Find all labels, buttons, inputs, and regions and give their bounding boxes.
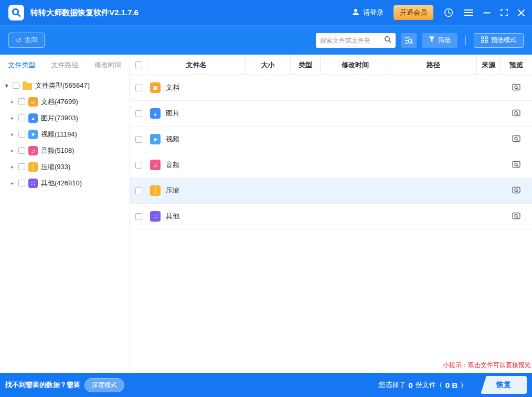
table-row[interactable]: 图片 <box>130 101 532 127</box>
video-icon <box>28 130 38 139</box>
checkbox[interactable] <box>18 98 25 105</box>
checkbox[interactable] <box>13 82 19 89</box>
tree-item-images[interactable]: 图片(73903) <box>0 110 130 126</box>
filter-label: 筛选 <box>438 36 451 45</box>
select-all-checkbox[interactable] <box>135 61 142 68</box>
tree-item-label: 其他(426810) <box>41 179 82 188</box>
header-filename: 文件名 <box>147 55 245 75</box>
checkbox[interactable] <box>135 110 142 117</box>
preview-button[interactable] <box>512 186 521 195</box>
table-row[interactable]: 视频 <box>130 127 532 152</box>
tree-item-label: 文档(47699) <box>41 97 78 107</box>
selection-size: 0 B <box>445 381 457 390</box>
search-icon[interactable] <box>384 36 391 45</box>
expand-arrow-icon[interactable] <box>9 99 15 105</box>
close-icon[interactable] <box>518 9 525 16</box>
recover-button[interactable]: 恢复 <box>481 376 527 394</box>
preview-button[interactable] <box>512 160 521 170</box>
sidebar-tabs: 文件类型 文件路径 修改时间 <box>0 55 130 76</box>
tab-modified-time[interactable]: 修改时间 <box>87 60 130 70</box>
search-input[interactable] <box>320 37 384 44</box>
archive-icon <box>150 185 161 196</box>
tree-item-others[interactable]: 其他(426810) <box>0 175 130 191</box>
back-button[interactable]: 返回 <box>8 33 45 48</box>
tree-item-label: 文件类型(565647) <box>35 81 90 90</box>
audio-icon <box>150 160 161 170</box>
login-button[interactable]: 请登录 <box>352 8 384 18</box>
checkbox[interactable] <box>18 131 25 138</box>
preview-button[interactable] <box>512 83 521 92</box>
tree-item-root[interactable]: 文件类型(565647) <box>0 77 130 93</box>
tree-item-audio[interactable]: 音频(5108) <box>0 142 130 159</box>
header-source: 来源 <box>476 55 500 75</box>
expand-arrow-icon[interactable] <box>9 148 15 153</box>
file-name: 视频 <box>166 134 179 144</box>
grid-icon <box>481 36 488 45</box>
selection-count: 0 <box>408 381 412 390</box>
expand-arrow-icon[interactable] <box>9 164 15 170</box>
expand-arrow-icon[interactable] <box>9 180 15 186</box>
selection-prefix: 您选择了 <box>378 380 406 390</box>
checkbox[interactable] <box>18 114 25 121</box>
back-label: 返回 <box>25 36 37 45</box>
preview-mode-label: 预选模式 <box>491 36 516 45</box>
toolbar-divider <box>465 36 466 45</box>
other-files-icon <box>150 211 161 222</box>
tree-item-label: 视频(11194) <box>41 130 77 139</box>
document-icon <box>150 82 161 93</box>
file-name: 其他 <box>166 212 179 221</box>
checkbox[interactable] <box>135 85 142 91</box>
checkbox[interactable] <box>135 136 142 143</box>
table-row[interactable]: 压缩 <box>130 178 532 204</box>
vip-button[interactable]: 开通会员 <box>393 5 433 20</box>
titlebar-right: 请登录 开通会员 <box>352 5 525 20</box>
app-logo-icon <box>8 5 24 20</box>
filter-button[interactable]: 筛选 <box>422 33 457 48</box>
header-size: 大小 <box>245 55 290 75</box>
service-icon[interactable] <box>443 7 454 18</box>
preview-button[interactable] <box>512 109 521 118</box>
checkbox[interactable] <box>18 180 25 186</box>
toolbar-right: 筛选 预选模式 <box>316 33 524 48</box>
document-icon <box>28 97 38 107</box>
expand-arrow-icon[interactable] <box>9 115 15 121</box>
table-row[interactable]: 音频 <box>130 152 532 178</box>
user-icon <box>352 8 360 18</box>
minimize-icon[interactable] <box>483 9 491 16</box>
video-icon <box>150 134 161 144</box>
main-area: 文件类型 文件路径 修改时间 文件类型(565647) 文档(47699) <box>0 55 532 373</box>
preview-button[interactable] <box>512 134 521 144</box>
tree-item-label: 音频(5108) <box>41 146 75 155</box>
search-box <box>316 33 396 48</box>
tab-file-path[interactable]: 文件路径 <box>43 60 86 70</box>
tree-item-archives[interactable]: 压缩(933) <box>0 159 130 175</box>
deep-mode-button[interactable]: 深度模式 <box>84 378 124 392</box>
checkbox[interactable] <box>135 213 142 220</box>
folder-icon <box>23 83 32 90</box>
expand-arrow-icon[interactable] <box>9 131 15 137</box>
collapse-arrow-icon[interactable] <box>4 82 9 89</box>
deep-mode-prompt: 找不到需要的数据？需要 <box>5 380 80 390</box>
table-row[interactable]: 其他 <box>130 204 532 229</box>
image-icon <box>28 113 38 123</box>
checkbox[interactable] <box>18 163 25 170</box>
audio-icon <box>28 146 38 155</box>
checkbox[interactable] <box>18 147 25 154</box>
list-search-button[interactable] <box>401 33 417 48</box>
header-preview: 预览 <box>500 55 532 75</box>
other-files-icon <box>28 179 38 188</box>
table-row[interactable]: 文档 <box>130 75 532 101</box>
login-label: 请登录 <box>363 8 384 17</box>
titlebar: 转转大师数据恢复软件V2.1.7.6 请登录 开通会员 <box>0 0 532 25</box>
bottom-bar: 找不到需要的数据？需要 深度模式 您选择了 0 份文件（ 0 B ） 恢复 <box>0 373 532 397</box>
tree-item-docs[interactable]: 文档(47699) <box>0 93 130 110</box>
tab-file-type[interactable]: 文件类型 <box>0 60 43 70</box>
tree-item-videos[interactable]: 视频(11194) <box>0 126 130 142</box>
checkbox[interactable] <box>135 187 142 194</box>
preview-button[interactable] <box>512 212 521 221</box>
checkbox[interactable] <box>135 162 142 169</box>
menu-icon[interactable] <box>464 9 473 16</box>
maximize-icon[interactable] <box>501 9 508 16</box>
preview-mode-button[interactable]: 预选模式 <box>474 33 524 48</box>
file-name: 音频 <box>166 160 179 170</box>
